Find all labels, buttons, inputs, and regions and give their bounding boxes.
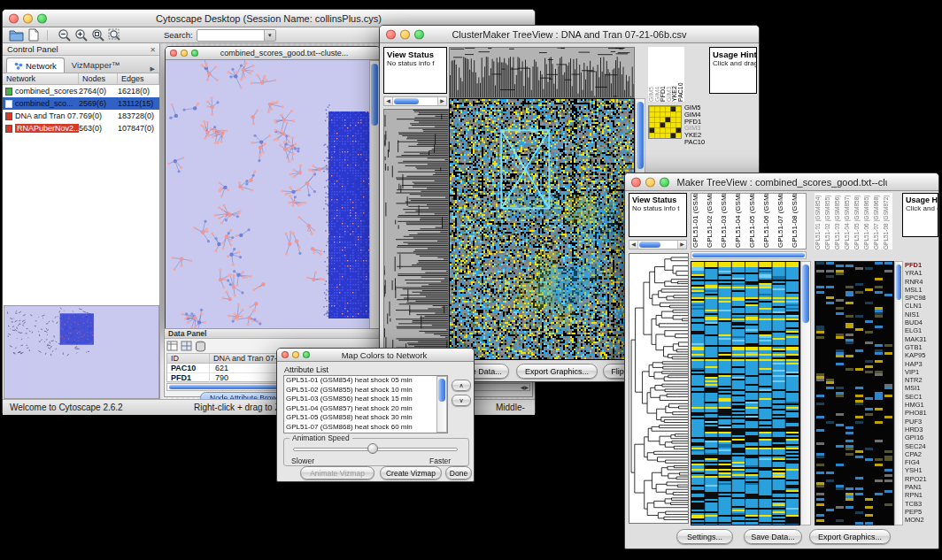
gene-label[interactable]: GTB1 (905, 343, 938, 351)
gene-label[interactable]: RPN1 (905, 491, 938, 499)
gene-label[interactable]: PAN1 (905, 483, 938, 491)
treeview-button[interactable]: Save Data... (744, 529, 802, 544)
gene-label[interactable]: HAP3 (905, 360, 938, 368)
gene-label[interactable]: PFD1 (905, 261, 938, 269)
gene-label[interactable]: MAK31 (905, 335, 938, 343)
attribute-list-item[interactable]: GPL51-07 (GSM868) heat shock 60 min (284, 423, 447, 433)
zoom-button[interactable] (191, 50, 198, 57)
gene-label[interactable]: MSI1 (905, 384, 938, 392)
gene-dendrogram-canvas[interactable] (629, 253, 689, 524)
scrollbar-thumb[interactable] (802, 265, 809, 323)
attribute-list-item[interactable]: GPL51-02 (GSM855) heat shock 10 min (284, 386, 447, 395)
zoom-heatmap-canvas[interactable] (815, 261, 894, 525)
network-view-titlebar[interactable]: combined_scores_good.txt--cluste... (166, 47, 380, 60)
network-row[interactable]: combined_scores 2764(0) 16218(0) (3, 85, 159, 97)
gene-label[interactable]: PUF3 (905, 418, 938, 426)
scrollbar-thumb[interactable] (896, 265, 901, 300)
close-button[interactable] (282, 351, 289, 358)
close-button[interactable] (170, 50, 177, 57)
array-dendrogram-canvas[interactable] (449, 47, 635, 98)
gene-label[interactable]: SEC1 (905, 393, 938, 401)
attribute-list-item[interactable]: GPL51-05 (GSM858) heat shock 30 min (284, 413, 447, 423)
scroll-left-icon[interactable]: ◀ (384, 97, 392, 105)
dendrogram-h-scrollbar[interactable]: ◀ ▶ (629, 240, 687, 249)
minimize-button[interactable] (181, 50, 188, 57)
gene-label[interactable]: RNR4 (905, 278, 938, 286)
scroll-left-icon[interactable]: ◀ (629, 241, 637, 249)
select-attributes-icon[interactable] (166, 341, 178, 351)
gene-label[interactable]: FIG4 (905, 458, 938, 466)
gene-label[interactable]: RPO21 (905, 475, 938, 483)
zoom-button[interactable] (303, 351, 310, 358)
treeview-combined-titlebar[interactable]: ClusterMaker TreeView : combined_scores_… (625, 173, 938, 191)
zoom-button[interactable] (414, 29, 424, 39)
close-button[interactable] (631, 177, 641, 187)
treeview-dna-titlebar[interactable]: ClusterMaker TreeView : DNA and Tran 07-… (380, 26, 759, 43)
minimize-button[interactable] (23, 13, 33, 23)
move-up-button[interactable]: ∧ (452, 380, 471, 391)
gene-label[interactable]: VIP1 (905, 368, 938, 376)
minimize-button[interactable] (645, 177, 655, 187)
scrollbar-thumb[interactable] (394, 98, 419, 104)
network-table-header-cell[interactable]: Network (3, 73, 79, 84)
gene-label[interactable]: HRD3 (905, 426, 938, 433)
save-session-icon[interactable] (25, 28, 42, 42)
close-button[interactable] (9, 13, 19, 23)
gene-label[interactable]: ELG1 (905, 326, 938, 334)
gene-label[interactable]: NIS1 (905, 311, 938, 318)
network-view-window[interactable]: combined_scores_good.txt--cluste... (165, 46, 381, 331)
gene-label[interactable]: CPA2 (905, 450, 938, 458)
heatmap-vertical-scrollbar[interactable] (800, 261, 811, 525)
search-dropdown-icon[interactable]: ▼ (264, 30, 275, 41)
tab-vizmapper[interactable]: VizMapper™ (65, 58, 127, 73)
network-row[interactable]: DNA and Tran 07... 769(0) 183728(0) (3, 110, 159, 122)
gene-label[interactable]: CLN1 (905, 302, 938, 310)
network-table-header-cell[interactable]: Nodes (79, 73, 118, 84)
zoom-button[interactable] (37, 13, 47, 23)
dialog-button[interactable]: Animate Vizmap (300, 466, 374, 479)
search-input[interactable] (198, 30, 262, 41)
gene-label[interactable]: YSH1 (905, 466, 938, 474)
zoom-in-icon[interactable] (73, 28, 89, 42)
tab-network[interactable]: Network (6, 58, 65, 73)
open-session-icon[interactable] (8, 28, 25, 42)
heatmap-h-scrollbar[interactable] (691, 251, 807, 259)
search-combo[interactable]: ▼ (197, 29, 276, 42)
gene-label[interactable]: TCB3 (905, 500, 938, 508)
attribute-list-scrollbar[interactable] (436, 376, 447, 433)
network-canvas[interactable] (166, 60, 369, 330)
id-column-header[interactable]: ID (167, 354, 210, 363)
gene-label[interactable]: MON2 (905, 516, 938, 524)
network-table-header-cell[interactable]: Edges (118, 73, 159, 84)
treeview-button[interactable]: Export Graphics... (516, 364, 598, 379)
gene-dendrogram-canvas[interactable] (383, 109, 449, 360)
attribute-list-item[interactable]: GPL51-04 (GSM857) heat shock 20 min (284, 404, 447, 414)
scrollbar-thumb[interactable] (639, 242, 660, 248)
dialog-button[interactable]: Done (445, 466, 472, 479)
network-row[interactable]: RNAPuberNov2... 563(0) 107847(0) (3, 122, 159, 134)
heatmap-canvas[interactable] (449, 98, 635, 360)
network-overview-canvas[interactable] (4, 305, 159, 399)
gene-label[interactable]: YRA1 (905, 269, 938, 277)
tab-overflow-icon[interactable]: ▶ (151, 65, 159, 73)
close-panel-icon[interactable]: ✕ (150, 44, 156, 56)
close-button[interactable] (386, 29, 396, 39)
zoom-fit-icon[interactable] (89, 28, 106, 42)
slider-thumb[interactable] (367, 443, 378, 454)
gene-label[interactable]: MSL1 (905, 286, 938, 294)
scrollbar-thumb[interactable] (637, 102, 644, 169)
gene-label[interactable]: NTR2 (905, 376, 938, 384)
treeview-button[interactable]: Settings... (676, 529, 733, 544)
zoom-heatmap-scrollbar[interactable] (894, 261, 903, 525)
zoom-selected-icon[interactable] (106, 28, 123, 42)
gene-label[interactable]: KAP95 (905, 351, 938, 359)
scroll-right-icon[interactable]: ▶ (438, 97, 446, 105)
dendrogram-h-scrollbar[interactable]: ◀ ▶ (383, 96, 447, 106)
attribute-list-item[interactable]: GPL51-01 (GSM854) heat shock 05 min (284, 376, 447, 386)
minimize-button[interactable] (400, 29, 410, 39)
zoom-out-icon[interactable] (56, 28, 73, 42)
gene-label[interactable]: PHO81 (905, 409, 938, 417)
scroll-right-icon[interactable]: ▶ (678, 241, 686, 249)
gene-label[interactable]: SPC98 (905, 294, 938, 302)
similarity-matrix-canvas[interactable] (648, 105, 682, 139)
